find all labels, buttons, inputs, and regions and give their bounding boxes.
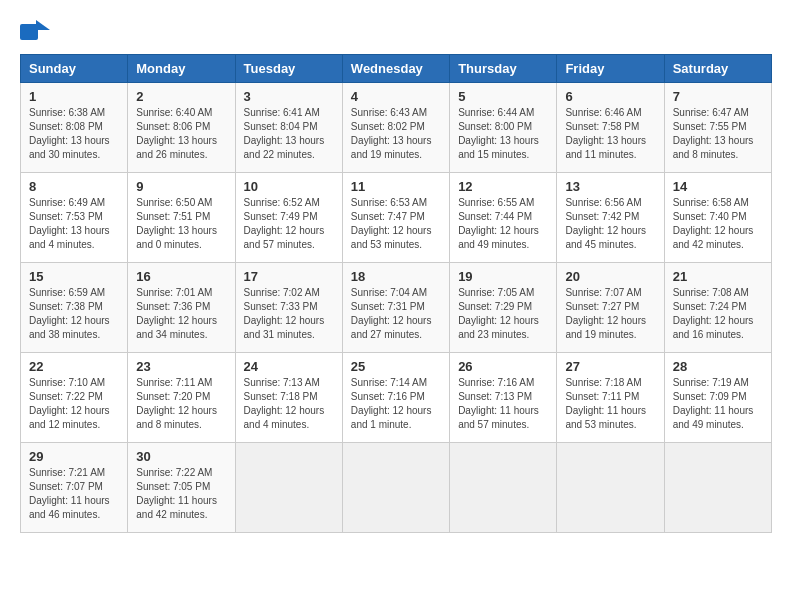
weekday-header-thursday: Thursday: [450, 55, 557, 83]
calendar-cell: 24Sunrise: 7:13 AMSunset: 7:18 PMDayligh…: [235, 353, 342, 443]
svg-marker-1: [36, 20, 50, 30]
calendar-cell: 29Sunrise: 7:21 AMSunset: 7:07 PMDayligh…: [21, 443, 128, 533]
day-number: 23: [136, 359, 226, 374]
weekday-header-saturday: Saturday: [664, 55, 771, 83]
calendar-cell: 28Sunrise: 7:19 AMSunset: 7:09 PMDayligh…: [664, 353, 771, 443]
calendar-week-row: 15Sunrise: 6:59 AMSunset: 7:38 PMDayligh…: [21, 263, 772, 353]
calendar-cell: 20Sunrise: 7:07 AMSunset: 7:27 PMDayligh…: [557, 263, 664, 353]
weekday-header-monday: Monday: [128, 55, 235, 83]
calendar-cell: 10Sunrise: 6:52 AMSunset: 7:49 PMDayligh…: [235, 173, 342, 263]
day-number: 1: [29, 89, 119, 104]
day-info: Sunrise: 6:38 AMSunset: 8:08 PMDaylight:…: [29, 106, 119, 162]
day-info: Sunrise: 6:47 AMSunset: 7:55 PMDaylight:…: [673, 106, 763, 162]
logo: [20, 20, 54, 44]
day-info: Sunrise: 7:10 AMSunset: 7:22 PMDaylight:…: [29, 376, 119, 432]
day-info: Sunrise: 7:14 AMSunset: 7:16 PMDaylight:…: [351, 376, 441, 432]
calendar-cell: 17Sunrise: 7:02 AMSunset: 7:33 PMDayligh…: [235, 263, 342, 353]
day-info: Sunrise: 6:59 AMSunset: 7:38 PMDaylight:…: [29, 286, 119, 342]
calendar-week-row: 8Sunrise: 6:49 AMSunset: 7:53 PMDaylight…: [21, 173, 772, 263]
day-number: 11: [351, 179, 441, 194]
day-info: Sunrise: 7:19 AMSunset: 7:09 PMDaylight:…: [673, 376, 763, 432]
calendar-header-row: SundayMondayTuesdayWednesdayThursdayFrid…: [21, 55, 772, 83]
calendar-week-row: 22Sunrise: 7:10 AMSunset: 7:22 PMDayligh…: [21, 353, 772, 443]
day-info: Sunrise: 6:40 AMSunset: 8:06 PMDaylight:…: [136, 106, 226, 162]
day-info: Sunrise: 7:16 AMSunset: 7:13 PMDaylight:…: [458, 376, 548, 432]
calendar-week-row: 1Sunrise: 6:38 AMSunset: 8:08 PMDaylight…: [21, 83, 772, 173]
page-header: [20, 20, 772, 44]
day-number: 9: [136, 179, 226, 194]
calendar-cell: 21Sunrise: 7:08 AMSunset: 7:24 PMDayligh…: [664, 263, 771, 353]
day-number: 3: [244, 89, 334, 104]
day-info: Sunrise: 6:44 AMSunset: 8:00 PMDaylight:…: [458, 106, 548, 162]
calendar-cell: 22Sunrise: 7:10 AMSunset: 7:22 PMDayligh…: [21, 353, 128, 443]
calendar-cell: 13Sunrise: 6:56 AMSunset: 7:42 PMDayligh…: [557, 173, 664, 263]
day-number: 24: [244, 359, 334, 374]
day-number: 13: [565, 179, 655, 194]
day-info: Sunrise: 6:58 AMSunset: 7:40 PMDaylight:…: [673, 196, 763, 252]
svg-rect-0: [20, 24, 38, 40]
day-number: 22: [29, 359, 119, 374]
day-info: Sunrise: 6:52 AMSunset: 7:49 PMDaylight:…: [244, 196, 334, 252]
day-info: Sunrise: 7:07 AMSunset: 7:27 PMDaylight:…: [565, 286, 655, 342]
calendar-cell: [235, 443, 342, 533]
calendar-cell: 19Sunrise: 7:05 AMSunset: 7:29 PMDayligh…: [450, 263, 557, 353]
day-info: Sunrise: 7:01 AMSunset: 7:36 PMDaylight:…: [136, 286, 226, 342]
calendar-cell: 26Sunrise: 7:16 AMSunset: 7:13 PMDayligh…: [450, 353, 557, 443]
day-number: 20: [565, 269, 655, 284]
day-info: Sunrise: 7:08 AMSunset: 7:24 PMDaylight:…: [673, 286, 763, 342]
calendar-cell: 3Sunrise: 6:41 AMSunset: 8:04 PMDaylight…: [235, 83, 342, 173]
day-info: Sunrise: 6:56 AMSunset: 7:42 PMDaylight:…: [565, 196, 655, 252]
day-number: 16: [136, 269, 226, 284]
day-number: 21: [673, 269, 763, 284]
day-number: 7: [673, 89, 763, 104]
weekday-header-sunday: Sunday: [21, 55, 128, 83]
day-number: 8: [29, 179, 119, 194]
day-number: 2: [136, 89, 226, 104]
day-number: 28: [673, 359, 763, 374]
day-number: 19: [458, 269, 548, 284]
day-number: 6: [565, 89, 655, 104]
weekday-header-friday: Friday: [557, 55, 664, 83]
calendar-cell: [664, 443, 771, 533]
calendar-cell: 6Sunrise: 6:46 AMSunset: 7:58 PMDaylight…: [557, 83, 664, 173]
day-number: 17: [244, 269, 334, 284]
day-info: Sunrise: 7:13 AMSunset: 7:18 PMDaylight:…: [244, 376, 334, 432]
day-number: 12: [458, 179, 548, 194]
day-number: 5: [458, 89, 548, 104]
day-info: Sunrise: 7:21 AMSunset: 7:07 PMDaylight:…: [29, 466, 119, 522]
calendar-cell: 2Sunrise: 6:40 AMSunset: 8:06 PMDaylight…: [128, 83, 235, 173]
calendar-cell: 9Sunrise: 6:50 AMSunset: 7:51 PMDaylight…: [128, 173, 235, 263]
calendar-table: SundayMondayTuesdayWednesdayThursdayFrid…: [20, 54, 772, 533]
calendar-cell: 25Sunrise: 7:14 AMSunset: 7:16 PMDayligh…: [342, 353, 449, 443]
calendar-cell: 15Sunrise: 6:59 AMSunset: 7:38 PMDayligh…: [21, 263, 128, 353]
day-number: 18: [351, 269, 441, 284]
calendar-cell: 18Sunrise: 7:04 AMSunset: 7:31 PMDayligh…: [342, 263, 449, 353]
calendar-cell: 23Sunrise: 7:11 AMSunset: 7:20 PMDayligh…: [128, 353, 235, 443]
day-number: 30: [136, 449, 226, 464]
day-info: Sunrise: 6:49 AMSunset: 7:53 PMDaylight:…: [29, 196, 119, 252]
calendar-cell: 14Sunrise: 6:58 AMSunset: 7:40 PMDayligh…: [664, 173, 771, 263]
day-info: Sunrise: 7:11 AMSunset: 7:20 PMDaylight:…: [136, 376, 226, 432]
day-number: 25: [351, 359, 441, 374]
weekday-header-wednesday: Wednesday: [342, 55, 449, 83]
calendar-cell: 1Sunrise: 6:38 AMSunset: 8:08 PMDaylight…: [21, 83, 128, 173]
day-number: 4: [351, 89, 441, 104]
day-info: Sunrise: 6:50 AMSunset: 7:51 PMDaylight:…: [136, 196, 226, 252]
day-info: Sunrise: 7:18 AMSunset: 7:11 PMDaylight:…: [565, 376, 655, 432]
calendar-cell: 12Sunrise: 6:55 AMSunset: 7:44 PMDayligh…: [450, 173, 557, 263]
day-info: Sunrise: 7:22 AMSunset: 7:05 PMDaylight:…: [136, 466, 226, 522]
calendar-cell: 7Sunrise: 6:47 AMSunset: 7:55 PMDaylight…: [664, 83, 771, 173]
calendar-cell: 5Sunrise: 6:44 AMSunset: 8:00 PMDaylight…: [450, 83, 557, 173]
day-number: 15: [29, 269, 119, 284]
calendar-cell: [342, 443, 449, 533]
day-info: Sunrise: 6:41 AMSunset: 8:04 PMDaylight:…: [244, 106, 334, 162]
calendar-cell: [557, 443, 664, 533]
day-number: 10: [244, 179, 334, 194]
day-info: Sunrise: 6:43 AMSunset: 8:02 PMDaylight:…: [351, 106, 441, 162]
day-number: 27: [565, 359, 655, 374]
weekday-header-tuesday: Tuesday: [235, 55, 342, 83]
calendar-cell: 11Sunrise: 6:53 AMSunset: 7:47 PMDayligh…: [342, 173, 449, 263]
calendar-cell: 27Sunrise: 7:18 AMSunset: 7:11 PMDayligh…: [557, 353, 664, 443]
day-number: 26: [458, 359, 548, 374]
day-info: Sunrise: 7:04 AMSunset: 7:31 PMDaylight:…: [351, 286, 441, 342]
